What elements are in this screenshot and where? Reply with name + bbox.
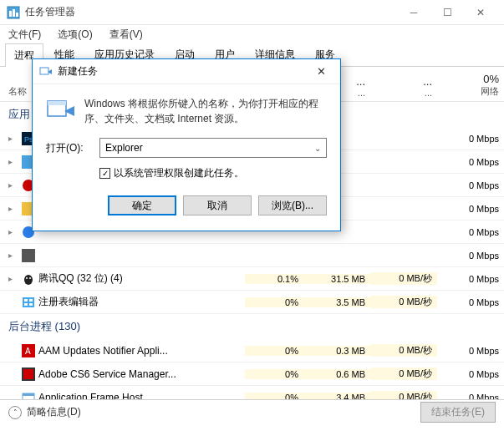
open-value: Explorer [105, 142, 143, 154]
cancel-button[interactable]: 取消 [183, 195, 252, 215]
svg-rect-16 [24, 303, 28, 306]
table-row[interactable]: 注册表编辑器 0%3.5 MB0 MB/秒0 Mbps [0, 291, 504, 314]
run-app-icon [39, 65, 53, 79]
group-background: 后台进程 (130) [0, 314, 504, 339]
dialog-description-row: Windows 将根据你所键入的名称，为你打开相应的程序、文件夹、文档或 Int… [46, 96, 327, 126]
admin-checkbox-row[interactable]: ✓ 以系统管理权限创建此任务。 [46, 166, 327, 180]
window-buttons: ─ ☐ ✕ [397, 0, 497, 25]
svg-rect-24 [23, 393, 34, 396]
dialog-body: Windows 将根据你所键入的名称，为你打开相应的程序、文件夹、文档或 Int… [33, 84, 340, 231]
run-icon [46, 96, 76, 126]
svg-point-12 [26, 277, 28, 279]
svg-rect-22 [23, 369, 33, 379]
checkbox-checked-icon: ✓ [99, 168, 110, 179]
chevron-down-icon: ⌄ [314, 144, 321, 153]
table-row[interactable]: ▸腾讯QQ (32 位) (4) 0.1%31.5 MB0 MB/秒0 Mbps [0, 267, 504, 291]
qq-icon [22, 272, 35, 286]
chevron-right-icon[interactable]: ▸ [8, 180, 18, 190]
table-row[interactable]: Application Frame Host 0%3.4 MB0 MB/秒0 M… [0, 386, 504, 399]
dialog-title: 新建任务 [58, 64, 308, 79]
app-icon [7, 6, 20, 19]
titlebar: 任务管理器 ─ ☐ ✕ [0, 0, 504, 25]
open-combobox[interactable]: Explorer ⌄ [99, 138, 327, 158]
adobe-icon: A [22, 344, 35, 357]
svg-rect-17 [29, 299, 33, 302]
open-label: 打开(O): [46, 141, 93, 155]
fewer-details-button[interactable]: ˄ 简略信息(D) [8, 405, 81, 419]
window-title: 任务管理器 [25, 5, 397, 19]
table-row[interactable]: Adobe CS6 Service Manager... 0%0.6 MB0 M… [0, 362, 504, 386]
chevron-up-circle-icon: ˄ [8, 406, 22, 419]
dialog-close-button[interactable]: ✕ [308, 65, 333, 78]
svg-rect-1 [9, 11, 12, 17]
chevron-right-icon[interactable]: ▸ [8, 227, 18, 236]
col-net[interactable]: 0%网络 [437, 73, 504, 99]
regedit-icon [22, 296, 35, 309]
table-row[interactable]: AAAM Updates Notifier Appli... 0%0.3 MB0… [0, 339, 504, 362]
svg-rect-18 [29, 303, 33, 306]
statusbar: ˄ 简略信息(D) 结束任务(E) [0, 399, 504, 424]
svg-rect-2 [13, 9, 15, 17]
adobe-icon [22, 368, 35, 381]
chevron-right-icon[interactable]: ▸ [8, 157, 18, 166]
svg-rect-27 [40, 68, 48, 74]
svg-rect-14 [23, 297, 34, 307]
chevron-right-icon[interactable]: ▸ [8, 251, 18, 260]
run-dialog: 新建任务 ✕ Windows 将根据你所键入的名称，为你打开相应的程序、文件夹、… [32, 58, 341, 231]
svg-rect-10 [22, 249, 35, 262]
menu-file[interactable]: 文件(F) [5, 26, 44, 43]
ok-button[interactable]: 确定 [108, 195, 176, 215]
end-task-button[interactable]: 结束任务(E) [420, 402, 496, 423]
dialog-buttons: 确定 取消 浏览(B)... [46, 195, 327, 219]
dialog-titlebar: 新建任务 ✕ [33, 59, 340, 84]
svg-rect-15 [24, 299, 28, 302]
close-button[interactable]: ✕ [464, 0, 497, 25]
table-row[interactable]: ▸ 0 Mbps [0, 244, 504, 267]
exe-icon [22, 391, 35, 400]
browse-button[interactable]: 浏览(B)... [258, 195, 327, 215]
checkbox-label: 以系统管理权限创建此任务。 [114, 166, 244, 180]
menu-view[interactable]: 查看(V) [106, 26, 146, 43]
minimize-button[interactable]: ─ [397, 0, 430, 25]
svg-rect-3 [16, 13, 18, 17]
chevron-right-icon[interactable]: ▸ [8, 274, 18, 283]
col-disk[interactable]: ...... [370, 75, 437, 99]
svg-point-11 [24, 275, 33, 285]
svg-point-13 [29, 277, 31, 279]
app-icon [22, 249, 35, 262]
chevron-right-icon[interactable]: ▸ [8, 134, 18, 143]
menubar: 文件(F) 选项(O) 查看(V) [0, 25, 504, 43]
open-row: 打开(O): Explorer ⌄ [46, 138, 327, 158]
svg-rect-29 [48, 101, 66, 105]
menu-options[interactable]: 选项(O) [54, 26, 95, 43]
svg-text:A: A [25, 347, 31, 356]
chevron-right-icon[interactable]: ▸ [8, 204, 18, 213]
maximize-button[interactable]: ☐ [430, 0, 464, 25]
